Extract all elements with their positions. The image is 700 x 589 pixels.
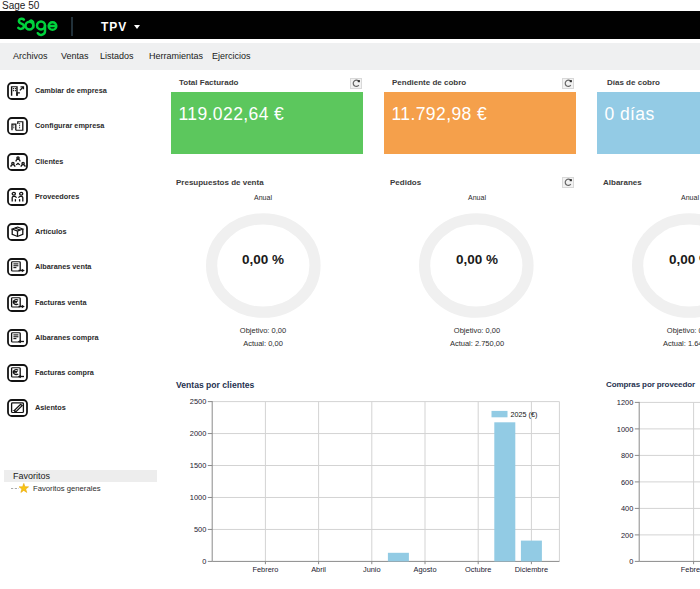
svg-text:0: 0 [629,557,633,566]
svg-text:500: 500 [194,525,206,534]
svg-text:Febrero: Febrero [681,565,700,574]
svg-text:0: 0 [202,557,206,566]
svg-text:Agosto: Agosto [413,565,436,574]
svg-text:1500: 1500 [190,461,206,470]
svg-text:2000: 2000 [190,429,206,438]
svg-text:2500: 2500 [190,397,206,406]
svg-text:400: 400 [621,504,633,513]
svg-text:200: 200 [621,531,633,540]
svg-text:Octubre: Octubre [465,565,491,574]
svg-text:1000: 1000 [190,493,206,502]
svg-text:1000: 1000 [617,425,633,434]
svg-text:600: 600 [621,478,633,487]
svg-text:Diciembre: Diciembre [515,565,548,574]
svg-text:2025 (€): 2025 (€) [511,410,538,419]
svg-text:Abril: Abril [311,565,326,574]
svg-text:1200: 1200 [617,398,633,407]
svg-text:Febrero: Febrero [252,565,278,574]
svg-text:800: 800 [621,451,633,460]
svg-text:Junio: Junio [363,565,381,574]
